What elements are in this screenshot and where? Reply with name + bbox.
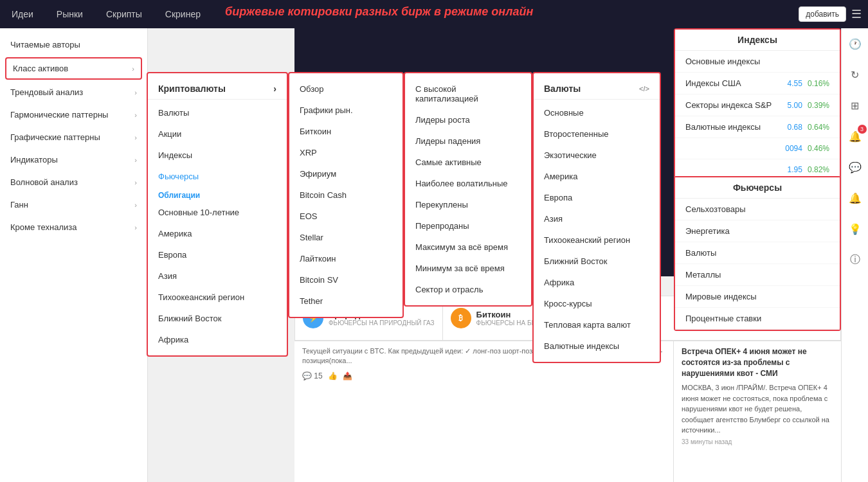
curr-main[interactable]: Основные	[534, 102, 660, 123]
chevron-right-icon: ›	[134, 89, 137, 96]
grid-icon[interactable]: ⊞	[845, 95, 865, 116]
curr-asia[interactable]: Азия	[534, 208, 660, 229]
sub1-bitcoin[interactable]: Биткоин	[289, 121, 402, 142]
sidebar-item-trend[interactable]: Трендовый анализ ›	[0, 81, 147, 103]
curr-africa[interactable]: Африка	[534, 272, 660, 293]
info-icon[interactable]: ⓘ	[845, 249, 865, 270]
sidebar-item-authors[interactable]: Читаемые авторы	[0, 33, 147, 56]
chevron-right-icon: ›	[134, 111, 137, 119]
menu-icon[interactable]: ☰	[851, 7, 862, 21]
sub1-xrp[interactable]: XRP	[289, 142, 402, 163]
left-sidebar: Читаемые авторы Класс активов › Трендовы…	[0, 28, 148, 482]
notification-badge: 3	[858, 125, 867, 134]
nav-markets[interactable]: Рынки	[51, 9, 88, 19]
sub2-highcap[interactable]: С высокой капитализацией	[405, 78, 531, 109]
sub1-bsv[interactable]: Bitcoin SV	[289, 269, 402, 290]
crypto-dropdown-header[interactable]: Криптовалюты ›	[148, 78, 287, 100]
sidebar-item-harmonic[interactable]: Гармонические паттерны ›	[0, 103, 147, 126]
nav-scripts[interactable]: Скрипты	[101, 9, 147, 19]
sub1-overview[interactable]: Обзор	[289, 78, 402, 100]
nav-ideas[interactable]: Идеи	[6, 9, 39, 19]
notification-icon[interactable]: 🔔 3	[845, 126, 865, 147]
indexes-currency[interactable]: Валютные индексы 0.68 0.64%	[675, 116, 840, 138]
crypto-menu-currencies[interactable]: Валюты	[148, 102, 287, 123]
crypto-menu-bonds-asia[interactable]: Азия	[148, 265, 287, 287]
add-button[interactable]: добавить	[799, 6, 846, 22]
news-time: 33 минуты назад	[682, 438, 833, 445]
clock-icon[interactable]: 🕐	[845, 33, 865, 54]
sub2-alltime-low[interactable]: Минимум за всё время	[405, 258, 531, 279]
sub2-active[interactable]: Самые активные	[405, 152, 531, 173]
sub1-tether[interactable]: Tether	[289, 290, 402, 312]
indexes-sp-sectors[interactable]: Секторы индекса S&P 5.00 0.39%	[675, 94, 840, 116]
sub1-bch[interactable]: Bitcoin Cash	[289, 184, 402, 206]
crypto-menu-indexes[interactable]: Индексы	[148, 145, 287, 166]
futures-currencies[interactable]: Валюты	[675, 242, 840, 264]
curr-mideast[interactable]: Ближний Восток	[534, 251, 660, 272]
curr-exotic[interactable]: Экзотические	[534, 145, 660, 166]
curr-america[interactable]: Америка	[534, 166, 660, 187]
curr-indexes[interactable]: Валютные индексы	[534, 335, 660, 357]
bulb-icon[interactable]: 💡	[845, 219, 865, 239]
crypto-menu-bonds-main[interactable]: Основные 10-летние	[148, 202, 287, 223]
curr-cross[interactable]: Кросс-курсы	[534, 293, 660, 314]
indexes-row4[interactable]: 0094 0.46%	[675, 138, 840, 159]
sidebar-item-wave[interactable]: Волновой анализ ›	[0, 171, 147, 193]
sidebar-item-gann[interactable]: Ганн ›	[0, 193, 147, 216]
sub1-charts[interactable]: Графики рын.	[289, 100, 402, 121]
crypto-menu-futures[interactable]: Фьючерсы	[148, 166, 287, 187]
sub2-alltime-high[interactable]: Максимум за всё время	[405, 237, 531, 258]
curr-pacific[interactable]: Тихоокеанский регион	[534, 229, 660, 251]
crypto-menu-bonds-pacific[interactable]: Тихоокеанский регион	[148, 287, 287, 308]
sidebar-item-graphic[interactable]: Графические паттерны ›	[0, 126, 147, 148]
sidebar-item-indicators[interactable]: Индикаторы ›	[0, 148, 147, 171]
sub2-gainers[interactable]: Лидеры роста	[405, 109, 531, 130]
curr-europe[interactable]: Европа	[534, 187, 660, 208]
sub2-oversold[interactable]: Перепроданы	[405, 215, 531, 237]
sub1-stellar[interactable]: Stellar	[289, 227, 402, 248]
chat-icon[interactable]: 💬	[845, 157, 865, 177]
currencies-header[interactable]: Валюты </>	[534, 78, 660, 100]
crypto-menu-bonds-mideast[interactable]: Ближний Восток	[148, 308, 287, 329]
futures-world-indexes[interactable]: Мировые индексы	[675, 286, 840, 308]
top-nav: Идеи Рынки Скрипты Скринер биржевые коти…	[0, 0, 868, 28]
sidebar-item-other[interactable]: Кроме технализа ›	[0, 216, 147, 238]
nav-screener[interactable]: Скринер	[160, 9, 206, 19]
sub2-volatile[interactable]: Наиболее волатильные	[405, 173, 531, 194]
crypto-menu-stocks[interactable]: Акции	[148, 123, 287, 145]
bell-icon[interactable]: 🔔	[845, 188, 865, 208]
curr-heatmap[interactable]: Тепловая карта валют	[534, 314, 660, 335]
sub1-ltc[interactable]: Лайткоин	[289, 248, 402, 269]
futures-agri[interactable]: Сельхозтовары	[675, 199, 840, 220]
sub1-eos[interactable]: EOS	[289, 206, 402, 227]
currencies-dropdown: Валюты </> Основные Второстепенные Экзот…	[532, 72, 661, 363]
comment-icon[interactable]: 💬 15	[302, 371, 323, 380]
indexes-header: Индексы	[675, 30, 840, 51]
indexes-usa[interactable]: Индексы США 4.55 0.16%	[675, 73, 840, 94]
sub2-losers[interactable]: Лидеры падения	[405, 130, 531, 152]
sub2-sector[interactable]: Сектор и отрасль	[405, 279, 531, 300]
refresh-icon[interactable]: ↻	[845, 64, 865, 85]
like-icon[interactable]: 👍	[328, 371, 338, 380]
site-title: биржевые котировки разных бирж в режиме …	[225, 5, 533, 19]
futures-metals[interactable]: Металлы	[675, 264, 840, 286]
crypto-dropdown: Криптовалюты › Валюты Акции Индексы Фьюч…	[147, 72, 288, 357]
curr-secondary[interactable]: Второстепенные	[534, 123, 660, 145]
chevron-right-icon: ›	[134, 156, 137, 164]
futures-rates[interactable]: Процентные ставки	[675, 308, 840, 330]
btc-icon: ₿	[451, 308, 471, 328]
right-icons-panel: 🕐 ↻ ⊞ 🔔 3 💬 🔔 💡 ⓘ	[841, 28, 868, 482]
chevron-right-icon: ›	[273, 84, 276, 94]
crypto-menu-bonds-africa[interactable]: Африка	[148, 329, 287, 350]
futures-panel: Фьючерсы Сельхозтовары Энергетика Валюты…	[674, 176, 841, 331]
indexes-main[interactable]: Основные индексы	[675, 51, 840, 73]
sidebar-item-asset-class[interactable]: Класс активов ›	[5, 57, 142, 80]
share-icon[interactable]: 📤	[343, 371, 352, 380]
sub2-overbought[interactable]: Перекуплены	[405, 194, 531, 215]
sub1-eth[interactable]: Эфириум	[289, 163, 402, 184]
news-title: Встреча ОПЕК+ 4 июня может не состоятся …	[682, 346, 833, 379]
crypto-menu-bonds-europe[interactable]: Европа	[148, 244, 287, 265]
chevron-right-icon: ›	[134, 134, 137, 141]
futures-energy[interactable]: Энергетика	[675, 220, 840, 242]
crypto-menu-bonds-america[interactable]: Америка	[148, 223, 287, 244]
